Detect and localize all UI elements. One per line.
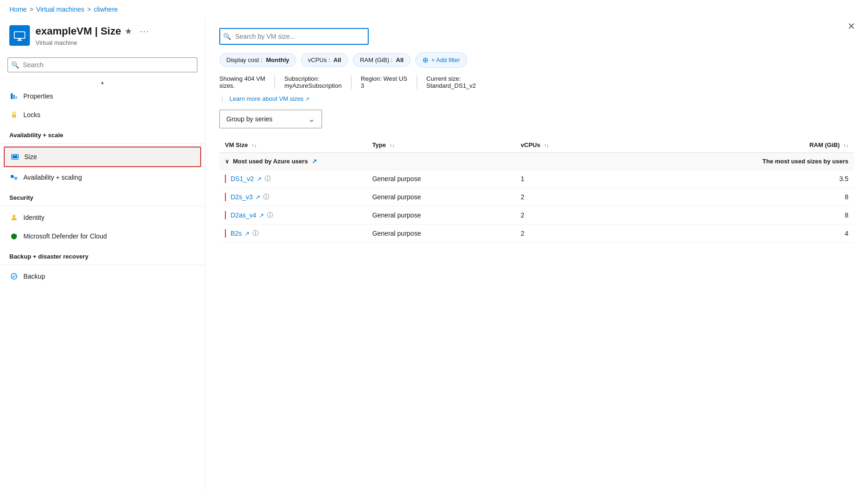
breadcrumb-virtual-machines[interactable]: Virtual machines [36, 6, 84, 13]
table-row-b2s: B2s ↗ ⓘ General purpose 2 4 [219, 224, 854, 243]
sidebar: exampleVM | Size ★ ··· Virtual machine 🔍… [0, 19, 205, 491]
add-filter-button[interactable]: ⊕ + Add filter [415, 52, 467, 68]
col-ram-label: RAM (GiB) [809, 141, 840, 148]
svg-rect-11 [14, 177, 17, 180]
size-icon [10, 152, 20, 161]
learn-more-text: Learn more about VM sizes [230, 95, 304, 102]
d2sv3-info-icon[interactable]: ⓘ [263, 193, 269, 201]
sidebar-item-properties[interactable]: Properties [0, 87, 205, 105]
cell-b2s-vcpus: 2 [515, 224, 613, 243]
more-options-button[interactable]: ··· [136, 25, 153, 38]
group-header-note: The most used sizes by users [613, 153, 854, 170]
cell-d2sv3-type: General purpose [367, 188, 515, 206]
vm-search-input[interactable] [219, 28, 369, 45]
info-row: Showing 404 VMsizes. Subscription:myAzur… [219, 75, 854, 89]
backup-icon [9, 272, 19, 281]
svg-rect-10 [11, 175, 14, 178]
backup-divider [0, 265, 205, 265]
sidebar-search-icon: 🔍 [11, 61, 19, 69]
group-by-label: Group by series [226, 115, 273, 123]
cell-ds1v2-ram: 3.5 [613, 170, 854, 188]
sidebar-item-availability-scaling-label: Availability + scaling [23, 174, 82, 181]
filter-ram[interactable]: RAM (GiB) : All [353, 53, 411, 67]
col-vcpus-sort[interactable]: ↑↓ [544, 142, 549, 148]
locks-icon [9, 110, 19, 119]
col-type-label: Type [372, 141, 386, 148]
col-ram-sort[interactable]: ↑↓ [843, 142, 848, 148]
ds1v2-info-icon[interactable]: ⓘ [265, 175, 271, 183]
table-row-d2asv4: D2as_v4 ↗ ⓘ General purpose 2 8 [219, 206, 854, 224]
close-button[interactable]: ✕ [844, 19, 859, 34]
section-header-availability: Availability + scale [0, 124, 205, 141]
b2s-trending-icon: ↗ [245, 230, 250, 237]
col-type[interactable]: Type ↑↓ [367, 138, 515, 153]
learn-more-row: | Learn more about VM sizes ↗ [219, 95, 854, 102]
group-collapse-icon[interactable]: ∨ [225, 158, 229, 165]
cell-ds1v2-vcpus: 1 [515, 170, 613, 188]
d2sv3-size-name[interactable]: D2s_v3 [231, 193, 252, 201]
filter-vcpus[interactable]: vCPUs : All [301, 53, 348, 67]
vm-search-wrapper: 🔍 [219, 28, 369, 45]
learn-more-link[interactable]: Learn more about VM sizes ↗ [230, 95, 310, 102]
sidebar-search-wrapper: 🔍 [7, 57, 197, 72]
group-by-row: Group by series ⌄ [219, 110, 854, 128]
sidebar-item-defender[interactable]: Microsoft Defender for Cloud [0, 227, 205, 246]
learn-more-external-icon: ↗ [305, 96, 309, 102]
d2asv4-info-icon[interactable]: ⓘ [267, 211, 273, 219]
info-current-size: Current size:Standard_DS1_v2 [417, 75, 485, 89]
svg-point-13 [13, 215, 15, 217]
col-vm-size[interactable]: VM Size ↑↓ [219, 138, 367, 153]
vm-search-bar: 🔍 [219, 28, 854, 45]
ds1v2-size-name[interactable]: DS1_v2 [231, 175, 254, 182]
security-divider [0, 206, 205, 206]
section-header-backup: Backup + disaster recovery [0, 246, 205, 263]
svg-rect-5 [13, 95, 15, 99]
sidebar-item-locks[interactable]: Locks [0, 105, 205, 124]
content-area: ✕ 🔍 Display cost : Monthly vCPUs : All R… [205, 19, 868, 491]
svg-rect-4 [11, 93, 13, 99]
b2s-info-icon[interactable]: ⓘ [252, 229, 259, 238]
group-by-dropdown[interactable]: Group by series ⌄ [219, 110, 322, 128]
cell-d2sv3-vcpus: 2 [515, 188, 613, 206]
favorite-button[interactable]: ★ [121, 24, 136, 38]
b2s-size-name[interactable]: B2s [231, 230, 242, 237]
col-vm-size-label: VM Size [225, 141, 248, 148]
breadcrumb: Home > Virtual machines > cliwhere [0, 0, 868, 19]
d2sv3-trending-icon: ↗ [255, 194, 260, 201]
col-ram[interactable]: RAM (GiB) ↑↓ [613, 138, 854, 153]
sidebar-item-backup-label: Backup [23, 273, 45, 280]
sidebar-item-availability-scaling[interactable]: Availability + scaling [0, 168, 205, 187]
svg-rect-2 [18, 39, 21, 40]
identity-icon [9, 213, 19, 222]
cell-b2s-type: General purpose [367, 224, 515, 243]
sidebar-item-size[interactable]: Size [4, 147, 201, 167]
cell-d2asv4-vcpus: 2 [515, 206, 613, 224]
breadcrumb-home[interactable]: Home [9, 6, 27, 13]
col-vcpus[interactable]: vCPUs ↑↓ [515, 138, 613, 153]
filter-display-cost[interactable]: Display cost : Monthly [219, 53, 296, 67]
sidebar-header: exampleVM | Size ★ ··· Virtual machine [0, 19, 205, 52]
table-row-d2sv3: D2s_v3 ↗ ⓘ General purpose 2 8 [219, 188, 854, 206]
sidebar-item-backup[interactable]: Backup [0, 267, 205, 286]
table-group-header: ∨ Most used by Azure users ↗ The most us… [219, 153, 854, 170]
availability-divider [0, 143, 205, 144]
ds1v2-trending-icon: ↗ [257, 175, 262, 182]
col-type-sort[interactable]: ↑↓ [390, 142, 395, 148]
sidebar-item-identity[interactable]: Identity [0, 208, 205, 227]
svg-line-12 [14, 176, 14, 178]
availability-scaling-icon [9, 173, 19, 182]
sidebar-search-input[interactable] [7, 57, 197, 72]
svg-rect-6 [15, 96, 17, 99]
d2asv4-size-name[interactable]: D2as_v4 [231, 211, 256, 219]
svg-rect-1 [15, 32, 25, 38]
breadcrumb-current[interactable]: cliwhere [94, 6, 118, 13]
sidebar-item-defender-label: Microsoft Defender for Cloud [23, 232, 107, 240]
col-vm-size-sort[interactable]: ↑↓ [252, 142, 257, 148]
learn-more-separator: | [221, 95, 223, 102]
scroll-up-indicator: ▲ [0, 78, 205, 87]
info-vm-count: Showing 404 VMsizes. [219, 75, 275, 89]
section-header-security: Security [0, 187, 205, 204]
add-filter-label: + Add filter [431, 56, 460, 63]
cell-ds1v2-type: General purpose [367, 170, 515, 188]
cell-d2asv4-size: D2as_v4 ↗ ⓘ [219, 206, 367, 224]
